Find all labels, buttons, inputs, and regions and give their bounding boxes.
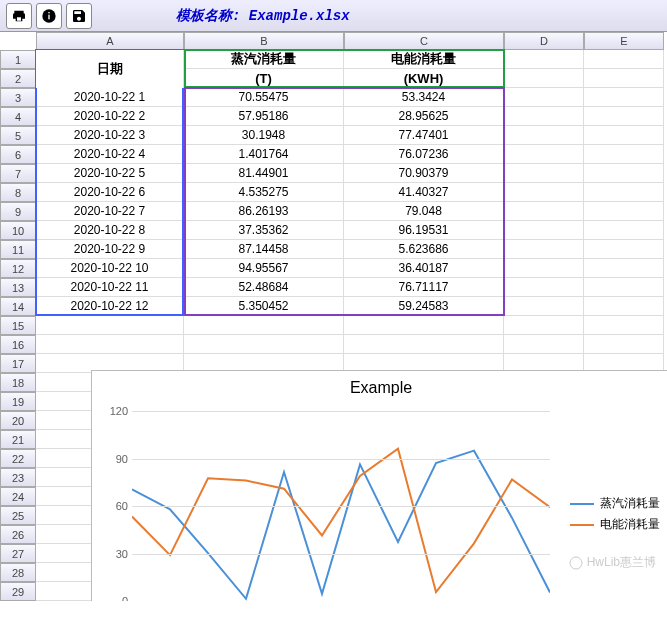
cell[interactable]: 电能消耗量	[344, 50, 504, 69]
cell[interactable]: 2020-10-22 7	[36, 202, 184, 221]
cell[interactable]: 57.95186	[184, 107, 344, 126]
cell[interactable]	[504, 259, 584, 278]
cell[interactable]	[584, 107, 664, 126]
cell[interactable]: 79.048	[344, 202, 504, 221]
cell[interactable]: 70.55475	[184, 88, 344, 107]
cell[interactable]	[584, 221, 664, 240]
cell[interactable]: (T)	[184, 69, 344, 88]
cell[interactable]	[504, 335, 584, 354]
row-header-16[interactable]: 16	[0, 335, 36, 354]
cell[interactable]: 87.14458	[184, 240, 344, 259]
cell[interactable]: 2020-10-22 12	[36, 297, 184, 316]
cell[interactable]	[504, 164, 584, 183]
row-header-15[interactable]: 15	[0, 316, 36, 335]
cell[interactable]	[344, 335, 504, 354]
cell[interactable]	[504, 202, 584, 221]
cell[interactable]: 2020-10-22 6	[36, 183, 184, 202]
cell[interactable]: 日期	[36, 50, 184, 88]
cell[interactable]	[504, 69, 584, 88]
row-header-9[interactable]: 9	[0, 202, 36, 221]
row-header-21[interactable]: 21	[0, 430, 36, 449]
cell[interactable]	[584, 297, 664, 316]
col-header-B[interactable]: B	[184, 32, 344, 50]
cell[interactable]: 2020-10-22 4	[36, 145, 184, 164]
cell[interactable]	[584, 88, 664, 107]
cell[interactable]: 76.71117	[344, 278, 504, 297]
cell[interactable]	[504, 278, 584, 297]
cell[interactable]: (KWH)	[344, 69, 504, 88]
row-header-2[interactable]: 2	[0, 69, 36, 88]
cell[interactable]: 96.19531	[344, 221, 504, 240]
row-header-10[interactable]: 10	[0, 221, 36, 240]
row-header-5[interactable]: 5	[0, 126, 36, 145]
col-header-A[interactable]: A	[36, 32, 184, 50]
cell[interactable]: 5.350452	[184, 297, 344, 316]
cell[interactable]	[584, 335, 664, 354]
row-header-18[interactable]: 18	[0, 373, 36, 392]
row-header-12[interactable]: 12	[0, 259, 36, 278]
cell[interactable]	[584, 126, 664, 145]
spreadsheet-grid[interactable]: 日期蒸汽消耗量电能消耗量(T)(KWH)2020-10-22 170.55475…	[36, 50, 664, 601]
row-header-4[interactable]: 4	[0, 107, 36, 126]
cell[interactable]	[584, 183, 664, 202]
cell[interactable]: 4.535275	[184, 183, 344, 202]
cell[interactable]	[584, 278, 664, 297]
cell[interactable]: 2020-10-22 2	[36, 107, 184, 126]
cell[interactable]	[504, 183, 584, 202]
row-header-8[interactable]: 8	[0, 183, 36, 202]
row-header-7[interactable]: 7	[0, 164, 36, 183]
cell[interactable]	[504, 145, 584, 164]
cell[interactable]	[504, 88, 584, 107]
cell[interactable]	[584, 202, 664, 221]
cell[interactable]: 94.95567	[184, 259, 344, 278]
cell[interactable]	[584, 316, 664, 335]
cell[interactable]	[36, 335, 184, 354]
cell[interactable]	[184, 335, 344, 354]
cell[interactable]	[584, 259, 664, 278]
cell[interactable]	[184, 316, 344, 335]
cell[interactable]: 81.44901	[184, 164, 344, 183]
cell[interactable]	[36, 316, 184, 335]
row-header-29[interactable]: 29	[0, 582, 36, 601]
row-header-28[interactable]: 28	[0, 563, 36, 582]
cell[interactable]: 76.07236	[344, 145, 504, 164]
info-button[interactable]	[36, 3, 62, 29]
cell[interactable]: 2020-10-22 11	[36, 278, 184, 297]
cell[interactable]: 2020-10-22 5	[36, 164, 184, 183]
cell[interactable]	[584, 145, 664, 164]
cell[interactable]	[504, 50, 584, 69]
row-header-27[interactable]: 27	[0, 544, 36, 563]
cell[interactable]	[584, 240, 664, 259]
print-button[interactable]	[6, 3, 32, 29]
row-header-19[interactable]: 19	[0, 392, 36, 411]
row-header-23[interactable]: 23	[0, 468, 36, 487]
row-header-6[interactable]: 6	[0, 145, 36, 164]
cell[interactable]: 蒸汽消耗量	[184, 50, 344, 69]
cell[interactable]: 59.24583	[344, 297, 504, 316]
row-header-20[interactable]: 20	[0, 411, 36, 430]
col-header-C[interactable]: C	[344, 32, 504, 50]
cell[interactable]: 36.40187	[344, 259, 504, 278]
cell[interactable]: 37.35362	[184, 221, 344, 240]
cell[interactable]: 5.623686	[344, 240, 504, 259]
row-header-11[interactable]: 11	[0, 240, 36, 259]
cell[interactable]: 41.40327	[344, 183, 504, 202]
col-header-D[interactable]: D	[504, 32, 584, 50]
cell[interactable]: 70.90379	[344, 164, 504, 183]
cell[interactable]: 53.3424	[344, 88, 504, 107]
cell[interactable]: 86.26193	[184, 202, 344, 221]
row-header-25[interactable]: 25	[0, 506, 36, 525]
row-header-3[interactable]: 3	[0, 88, 36, 107]
cell[interactable]: 2020-10-22 9	[36, 240, 184, 259]
row-header-26[interactable]: 26	[0, 525, 36, 544]
row-header-1[interactable]: 1	[0, 50, 36, 69]
col-header-E[interactable]: E	[584, 32, 664, 50]
row-header-17[interactable]: 17	[0, 354, 36, 373]
cell[interactable]: 52.48684	[184, 278, 344, 297]
cell[interactable]: 77.47401	[344, 126, 504, 145]
cell[interactable]: 28.95625	[344, 107, 504, 126]
cell[interactable]	[504, 107, 584, 126]
cell[interactable]: 2020-10-22 8	[36, 221, 184, 240]
save-button[interactable]	[66, 3, 92, 29]
cell[interactable]	[504, 240, 584, 259]
